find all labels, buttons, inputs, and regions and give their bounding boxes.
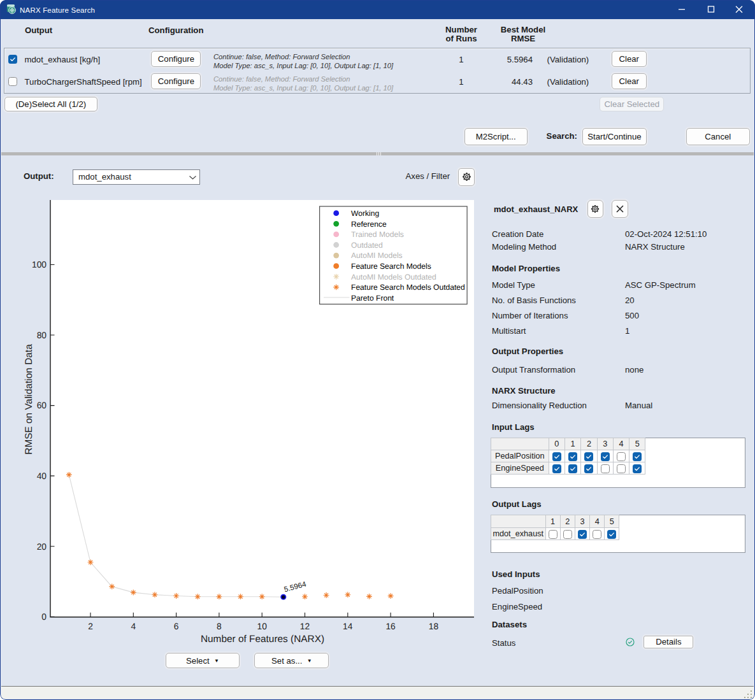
svg-text:Outdated: Outdated	[351, 241, 383, 250]
svg-text:4: 4	[131, 622, 136, 631]
svg-text:AutoMI Models: AutoMI Models	[351, 251, 403, 260]
svg-text:100: 100	[32, 260, 47, 269]
svg-text:Reference: Reference	[351, 220, 387, 229]
svg-text:Number of Features (NARX): Number of Features (NARX)	[201, 634, 324, 645]
svg-text:10: 10	[257, 622, 268, 631]
svg-text:Feature Search Models Outdated: Feature Search Models Outdated	[351, 283, 465, 292]
svg-text:Pareto Front: Pareto Front	[351, 294, 394, 303]
svg-text:Working: Working	[351, 209, 379, 218]
svg-text:60: 60	[37, 401, 47, 410]
svg-text:12: 12	[300, 622, 310, 631]
svg-text:8: 8	[217, 622, 222, 631]
svg-text:6: 6	[174, 622, 179, 631]
svg-text:40: 40	[37, 471, 47, 481]
svg-text:80: 80	[37, 331, 47, 340]
svg-text:AutoMI Models Outdated: AutoMI Models Outdated	[351, 273, 436, 282]
svg-text:14: 14	[343, 622, 353, 631]
svg-text:18: 18	[429, 622, 439, 631]
svg-text:Trained Models: Trained Models	[351, 230, 404, 239]
svg-text:0: 0	[41, 612, 47, 622]
svg-text:20: 20	[37, 542, 47, 552]
svg-text:2: 2	[88, 622, 93, 631]
svg-text:RMSE on Validation Data: RMSE on Validation Data	[24, 344, 34, 455]
svg-text:Feature Search Models: Feature Search Models	[351, 262, 431, 271]
svg-text:16: 16	[385, 622, 396, 631]
